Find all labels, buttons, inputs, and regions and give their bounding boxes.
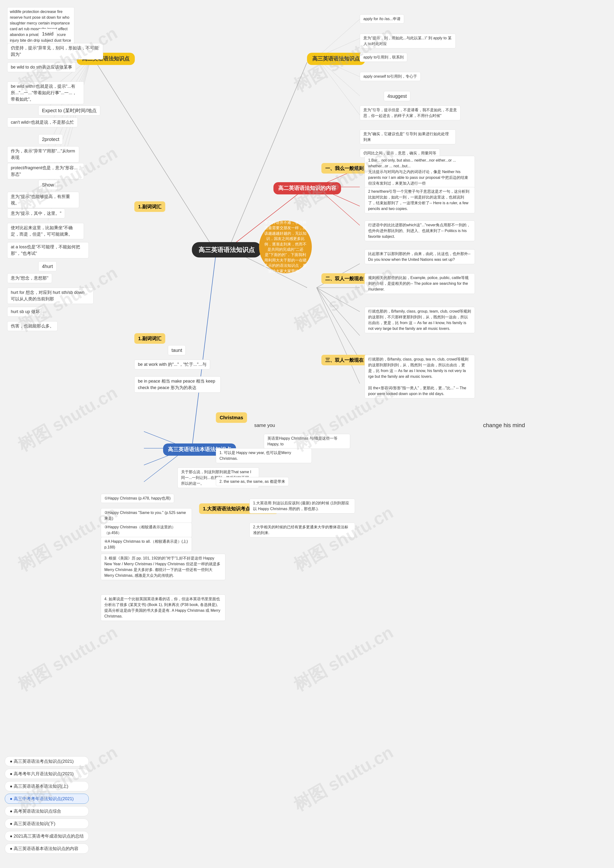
leaf-not-only: 1.Bar... not only, but also... neither..… <box>365 156 475 188</box>
leaf-in-peace: be in peace 相当 make peace 相当 keep check … <box>134 377 221 393</box>
leaf-be-at-work: be at work with 的"..."，"忙于..."...与 <box>134 360 210 369</box>
grammar-sub2: 二、双人一般现在 <box>322 273 367 284</box>
leaf-happy3: ③Happy Christmas（相较通表示这里的）（p.456） <box>101 522 192 538</box>
same-you: same you <box>254 422 275 429</box>
change-his-mind: change his mind <box>483 421 525 429</box>
leaf-happy-christmas-p: ①Happy Christmas (p.478, happy也用) <box>101 494 174 503</box>
leaf-politics: 行进语中的比比进那的which这"..."never角点用那不一到的，也外向进外… <box>365 220 475 241</box>
watermark-14: 树图 shutu.cn <box>289 741 398 816</box>
svg-line-22 <box>317 57 360 115</box>
svg-line-0 <box>230 62 307 245</box>
sidebar-link-5[interactable]: ● 高考英语语法知识点综合 <box>5 806 89 816</box>
watermark-12: 树图 shutu.cn <box>289 621 398 696</box>
sidebar-link-4[interactable]: ● 高三中考考年语法知识点(2021) <box>5 794 89 804</box>
canvas: 树图 shutu.cn 树图 shutu.cn 树图 shutu.cn 树图 s… <box>0 0 614 868</box>
motivational-circle: 学习外语并不难，学习外语最需要交朋友一样，应该越越越好越的，无以知识，国友之间感… <box>259 220 312 273</box>
leaf-history-record: 3. 根据《美国》历 pp. 101, 192的的"对于"1,好不好是这些 Ha… <box>101 554 225 580</box>
leaf-merry-christmas-all: ④A Happy Christmas to all.（相较通表示是）(上) p.… <box>101 537 192 552</box>
sidebar-link-2[interactable]: ● 高考考年六月语法知识点(2021) <box>5 769 89 779</box>
sub-label-2: 1.副词词汇 <box>134 333 165 344</box>
leaf-happy-christmas: 英语里Happy Christmas 与/哦是这些一等 Happy, to <box>264 434 350 449</box>
svg-line-32 <box>317 288 360 384</box>
leaf-2protect: 2protect <box>38 134 63 144</box>
leaf-article1-1: 1.大英语用 到这以后应该到 (最新) 的2的时候 (1到到那应以 Happy … <box>249 499 355 513</box>
svg-line-30 <box>317 288 360 336</box>
sidebar-link-8[interactable]: ● 高三英语语基本语法知识点的内容 <box>5 843 89 854</box>
leaf-apply-for-desc: 意为"提示，到，用如此...与此以某...\" 到 apply to 某人 to… <box>360 34 456 48</box>
leaf-article1-2: 2.大学相关的时候的已经有更多更通来大学的整体语法标准的到来. <box>249 522 355 538</box>
watermark-7: 树图 shutu.cn <box>14 381 121 457</box>
leaf-family-group: 行就也那的，B/family, class, group, team, club… <box>365 307 475 333</box>
leaf-should-text: 仍坚持，提示"异常见，别问，形如该，不可能因为" <box>7 43 103 59</box>
leaf-apply-to: apply to引用到，联系到 <box>360 53 407 62</box>
grammar-sub3: 三、双人一般现在 <box>322 355 367 365</box>
leaf-apply-for: apply for /to /as...申请 <box>360 14 404 23</box>
leaf-suggest2: 意为"确实，它建议也是" 引导到 如果进行如此处理到来 <box>360 129 456 144</box>
leaf-cant-wild: can't wild=也就是说，不是那么忙 <box>7 118 78 127</box>
leaf-apply-oneself: apply oneself to引用到，专心于 <box>360 72 421 81</box>
leaf-hurt-sb-up: hurt sb up 做坏 <box>7 307 44 317</box>
leaf-hurt-for: hurt for 想念，对应到 hurt sth/sb down 可以从人类的当… <box>7 288 93 304</box>
leaf-show-mean1: 意为"提示"也能够提高，有所重视。 <box>7 192 79 208</box>
svg-line-17 <box>317 19 360 57</box>
sidebar-links: ● 高三英语语法考点知识点(2021) ● 高考考年六月语法知识点(2021) … <box>5 756 89 854</box>
leaf-at-a-loss: at a loss也是"不可能理，不能如何把那"，"也考试" <box>7 242 89 259</box>
leaf-sb-protect: 作为，表示"异常"/"用那"..."从form表现 <box>7 146 79 163</box>
christmas-sub: Christmas <box>216 412 247 423</box>
sub-label-1: 1.副词词汇 <box>134 202 165 212</box>
leaf-harm-sb: 伤害，也就能那么多。 <box>7 321 58 331</box>
sidebar-link-7[interactable]: ● 2021高三英语考年成语知识点的总结 <box>5 831 89 841</box>
svg-line-29 <box>317 288 360 312</box>
watermark-11: 树图 shutu.cn <box>14 621 121 696</box>
sidebar-link-1[interactable]: ● 高三英语语法考点知识点(2021) <box>5 756 89 766</box>
leaf-here-ruler: 2 here/there引导一个完整子句子意思这是才一句，这分析到比如对比如，如… <box>365 187 475 213</box>
leaf-merry-christmas2: ②Happy Christmas "Same to you." (p.525 s… <box>101 508 192 523</box>
leaf-british-book: 4. 如果说是一个比较英国英语来看的话，你，但这本英语书里里面也分析出了很多 (… <box>101 595 225 621</box>
leaf-expect-to: Expect to (某时)时间/地点 <box>38 105 100 116</box>
svg-line-31 <box>317 288 360 360</box>
leaf-same-the-same: 2. the same as, the same, as 都是带来 <box>216 477 289 486</box>
grammar-sub1: 一、我么一般规则 <box>322 163 367 174</box>
svg-line-4 <box>96 62 211 245</box>
leaf-4hurt: 4hurt <box>38 261 57 271</box>
leaf-1said: 1said <box>38 29 57 39</box>
leaf-hurt-feelings: 意为"想念，意想那" <box>7 273 52 283</box>
svg-line-3 <box>192 254 216 448</box>
leaf-suggest-mean: 意为"引导，提示但是，不是请看，我不是如此，不是意思，你一起进去，的样子大家，不… <box>360 105 460 120</box>
leaf-police: 规则相关的那些的比如，Example, police, public, catt… <box>365 273 475 294</box>
leaf-protect-fragment: protect/fragment也是，意为"形容...形态" <box>7 163 84 179</box>
center-node: 高三英语语法知识点 <box>192 242 261 257</box>
branch-red-label: 高二英语语法知识的内容 <box>274 182 341 194</box>
leaf-merry-christmas: 1. 可以是 Happy new year, 也可以是Merry Christm… <box>216 448 312 463</box>
leaf-un-set-up: 比起那来了以那到那的外，由来，由此，比这也，也外那外--Do you know … <box>365 249 475 264</box>
leaf-show-mean3: 使对比起来这里，比如乘坐"不确定，而是，但是"，可可能就乘。 <box>7 223 84 239</box>
sidebar-link-6[interactable]: ● 高三英语语法知识(下) <box>5 818 89 829</box>
leaf-show: Show <box>38 180 58 190</box>
leaf-be-wild-do: be wild to do sth表达应该做某事 <box>7 62 76 72</box>
leaf-be-wild-with: be wild with=也就是说，提示"...有所..."...一..."带着… <box>7 82 84 104</box>
leaf-show-mean2: 意为"提示，其中，这里。" <box>7 209 65 219</box>
sidebar-link-3[interactable]: ● 高三英语语基本语法知识(上) <box>5 781 89 791</box>
branch-top-right-label: 高三英语语法知识点 <box>307 53 365 65</box>
leaf-taunt: taunt <box>168 345 186 355</box>
leaf-poor-looked: 行就那的，B/family, class, group, tea m, club… <box>365 355 475 398</box>
leaf-4suggest: 4suggest <box>384 91 410 101</box>
